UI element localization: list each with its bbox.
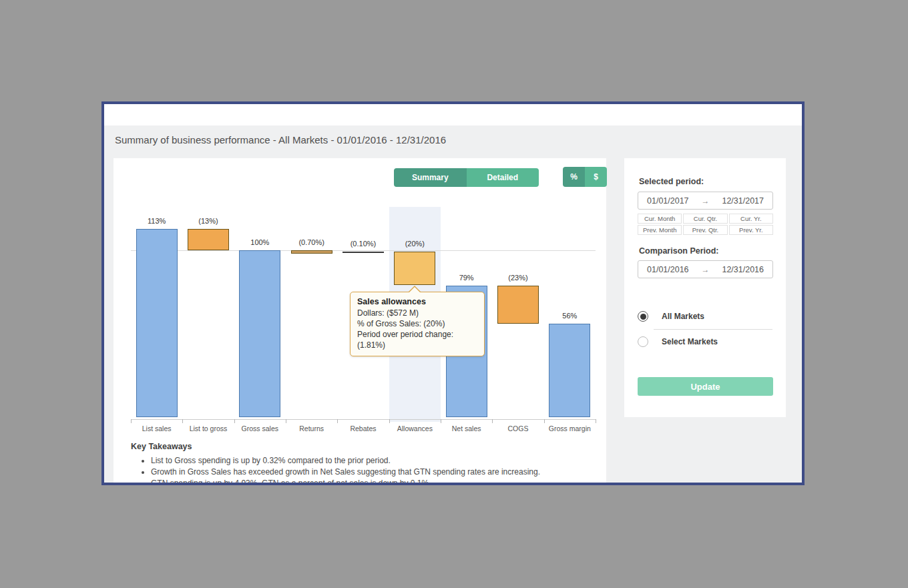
radio-unselected-icon[interactable] — [638, 336, 648, 347]
sidebar-panel: Selected period: 01/01/2017 → 12/31/2017… — [624, 158, 786, 417]
waterfall-bar-cogs[interactable] — [497, 286, 539, 324]
waterfall-bar-gross-sales[interactable] — [239, 250, 280, 417]
key-takeaways: Key Takeaways List to Gross spending is … — [131, 442, 598, 485]
shortcut-prev-yr--button[interactable]: Prev. Yr. — [729, 225, 773, 235]
view-detailed-button[interactable]: Detailed — [467, 168, 539, 187]
update-button[interactable]: Update — [638, 377, 773, 396]
x-axis-tick — [337, 419, 338, 423]
unit-toggle-group: %$ — [563, 167, 607, 187]
x-axis-line — [131, 419, 596, 420]
shortcut-prev-month-button[interactable]: Prev. Month — [638, 225, 682, 235]
x-axis-tick — [131, 419, 132, 423]
selected-period-start[interactable]: 01/01/2017 — [647, 196, 689, 206]
x-axis-label: Gross margin — [544, 424, 596, 432]
waterfall-bar-returns[interactable] — [291, 250, 332, 254]
radio-divider — [654, 329, 772, 330]
x-axis-label: List to gross — [182, 424, 234, 432]
view-toggle-group: SummaryDetailed — [394, 168, 539, 187]
takeaway-item: GTN spending is up by 4.93%. GTN as a pe… — [151, 478, 598, 485]
x-axis-label: Gross sales — [234, 424, 286, 432]
tooltip-title: Sales allowances — [357, 297, 477, 306]
x-axis-tick — [234, 419, 235, 423]
shortcut-cur-qtr--button[interactable]: Cur. Qtr. — [683, 214, 727, 224]
x-axis-tick — [286, 419, 286, 423]
x-axis-tick — [389, 419, 390, 423]
radio-label: Select Markets — [662, 337, 718, 346]
shortcut-prev-qtr--button[interactable]: Prev. Qtr. — [683, 225, 727, 235]
x-axis-tick — [596, 419, 596, 423]
radio-selected-icon[interactable] — [638, 311, 648, 322]
comparison-period-label: Comparison Period: — [639, 246, 718, 256]
comparison-period-end[interactable]: 12/31/2016 — [722, 265, 764, 274]
selected-period-end[interactable]: 12/31/2017 — [722, 196, 764, 206]
bar-value-label: 79% — [441, 274, 492, 282]
comparison-period-start[interactable]: 01/01/2016 — [647, 265, 689, 274]
x-axis-label: Allowances — [389, 424, 441, 432]
bar-value-label: (23%) — [492, 274, 543, 282]
waterfall-bar-list-sales[interactable] — [136, 229, 178, 418]
selected-period-input[interactable]: 01/01/2017 → 12/31/2017 — [638, 192, 773, 210]
unit--button[interactable]: $ — [585, 167, 607, 187]
bar-value-label: 100% — [234, 238, 286, 246]
tooltip-line: Dollars: ($572 M) — [357, 308, 477, 318]
waterfall-bar-list-to-gross[interactable] — [188, 229, 229, 251]
chart-panel: SummaryDetailed %$ 113%List sales(13%)Li… — [114, 158, 606, 485]
bar-value-label: (0.70%) — [286, 238, 337, 246]
x-axis-tick — [544, 419, 545, 423]
x-axis-label: Net sales — [441, 424, 492, 432]
period-shortcuts: Cur. MonthCur. Qtr.Cur. Yr.Prev. MonthPr… — [638, 214, 773, 235]
window-top-bar — [104, 104, 802, 125]
bar-value-label: (20%) — [389, 240, 441, 248]
comparison-period-input[interactable]: 01/01/2016 → 12/31/2016 — [638, 260, 773, 278]
waterfall-bar-rebates[interactable] — [343, 252, 384, 254]
arrow-right-icon: → — [702, 196, 710, 206]
x-axis-label: Returns — [286, 424, 337, 432]
radio-label: All Markets — [662, 312, 704, 321]
takeaways-heading: Key Takeaways — [131, 442, 598, 451]
tooltip-line: % of Gross Sales: (20%) — [357, 318, 477, 329]
radio-all-markets[interactable]: All Markets — [638, 311, 704, 322]
x-axis-label: Rebates — [337, 424, 389, 432]
chart-tooltip: Sales allowances Dollars: ($572 M)% of G… — [350, 292, 485, 356]
x-axis-tick — [441, 419, 441, 423]
x-axis-label: COGS — [492, 424, 543, 432]
takeaways-list: List to Gross spending is up by 0.32% co… — [131, 455, 598, 485]
takeaway-item: List to Gross spending is up by 0.32% co… — [151, 455, 598, 467]
shortcut-cur-yr--button[interactable]: Cur. Yr. — [729, 214, 773, 224]
shortcut-cur-month-button[interactable]: Cur. Month — [638, 214, 682, 224]
bar-value-label: (0.10%) — [337, 240, 389, 248]
unit--button[interactable]: % — [563, 167, 585, 187]
view-summary-button[interactable]: Summary — [394, 168, 467, 187]
x-axis-tick — [492, 419, 493, 423]
bar-value-label: (13%) — [182, 217, 234, 225]
takeaway-item: Growth in Gross Sales has exceeded growt… — [151, 467, 598, 478]
app-window: Summary of business performance - All Ma… — [101, 101, 805, 485]
x-axis-tick — [182, 419, 183, 423]
waterfall-bar-gross-margin[interactable] — [549, 324, 590, 417]
bar-value-label: 113% — [131, 217, 182, 225]
arrow-right-icon: → — [702, 265, 710, 274]
tooltip-body: Dollars: ($572 M)% of Gross Sales: (20%)… — [357, 308, 477, 350]
x-axis-label: List sales — [131, 424, 182, 432]
radio-select-markets[interactable]: Select Markets — [638, 336, 718, 347]
bar-value-label: 56% — [544, 312, 596, 320]
selected-period-label: Selected period: — [639, 177, 704, 186]
page-title: Summary of business performance - All Ma… — [115, 134, 446, 145]
waterfall-bar-allowances[interactable] — [394, 252, 435, 285]
tooltip-line: Period over period change: (1.81%) — [357, 329, 477, 350]
